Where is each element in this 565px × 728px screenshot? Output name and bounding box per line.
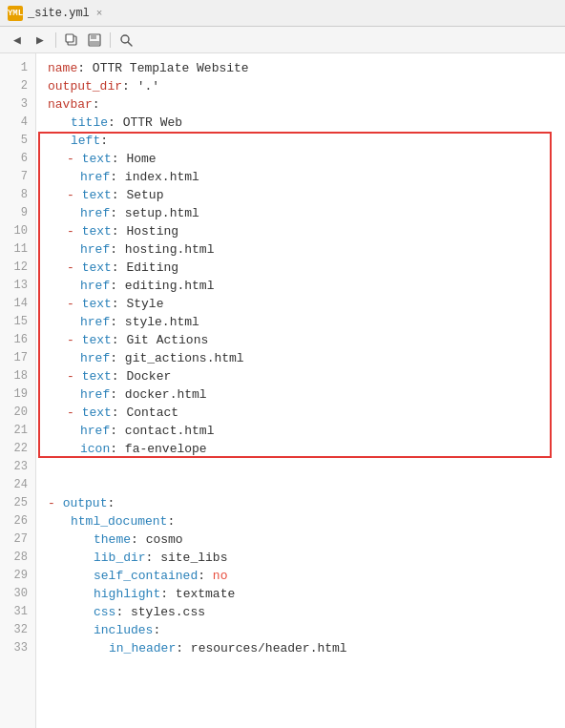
line-num-13: 13 (0, 277, 35, 295)
code-line-15: href: style.html (48, 313, 565, 331)
line-num-1: 1 (0, 59, 35, 77)
line-num-8: 8 (0, 186, 35, 204)
tab-close-icon[interactable]: × (96, 8, 103, 19)
code-line-5: left: (48, 132, 565, 150)
code-line-10: - text: Hosting (48, 222, 565, 240)
line-num-3: 3 (0, 95, 35, 114)
line-num-30: 30 (0, 585, 35, 603)
toolbar-separator-1 (55, 32, 56, 48)
toolbar: ◀ ▶ (0, 27, 565, 53)
line-num-6: 6 (0, 150, 35, 168)
code-line-28: lib_dir: site_libs (48, 549, 565, 567)
code-line-3: navbar: (48, 95, 565, 114)
line-num-17: 17 (0, 349, 35, 367)
file-type-icon: YML (8, 6, 23, 21)
line-num-2: 2 (0, 77, 35, 95)
line-num-33: 33 (0, 639, 35, 657)
line-num-32: 32 (0, 621, 35, 639)
line-num-9: 9 (0, 204, 35, 222)
line-num-20: 20 (0, 404, 35, 422)
line-num-29: 29 (0, 567, 35, 585)
svg-rect-1 (66, 34, 73, 42)
code-line-23 (48, 458, 565, 476)
code-line-18: - text: Docker (48, 367, 565, 385)
code-line-21: href: contact.html (48, 422, 565, 440)
code-line-24 (48, 476, 565, 494)
code-line-31: css: styles.css (48, 603, 565, 621)
line-num-12: 12 (0, 259, 35, 277)
line-num-31: 31 (0, 603, 35, 621)
line-num-15: 15 (0, 313, 35, 331)
line-num-11: 11 (0, 240, 35, 259)
code-line-6: - text: Home (48, 150, 565, 168)
line-num-25: 25 (0, 494, 35, 512)
code-line-8: - text: Setup (48, 186, 565, 204)
line-num-18: 18 (0, 367, 35, 385)
line-num-26: 26 (0, 512, 35, 530)
svg-line-6 (128, 42, 132, 46)
tab-filename[interactable]: _site.yml (28, 7, 90, 20)
line-num-10: 10 (0, 222, 35, 240)
code-line-27: theme: cosmo (48, 530, 565, 549)
line-numbers: 1 2 3 4 5 6 7 8 9 10 11 12 13 14 15 16 1… (0, 53, 36, 728)
code-line-30: highlight: textmate (48, 585, 565, 603)
code-line-20: - text: Contact (48, 404, 565, 422)
code-line-32: includes: (48, 621, 565, 639)
code-line-4: title: OTTR Web (48, 114, 565, 132)
line-num-23: 23 (0, 458, 35, 476)
editor-area: 1 2 3 4 5 6 7 8 9 10 11 12 13 14 15 16 1… (0, 53, 565, 728)
copy-button[interactable] (62, 31, 81, 50)
code-line-14: - text: Style (48, 295, 565, 313)
code-line-17: href: git_actions.html (48, 349, 565, 367)
code-line-33: in_header: resources/header.html (48, 639, 565, 657)
code-line-25: - output: (48, 494, 565, 512)
code-line-7: href: index.html (48, 168, 565, 186)
line-num-7: 7 (0, 168, 35, 186)
back-button[interactable]: ◀ (8, 31, 27, 50)
line-num-27: 27 (0, 530, 35, 549)
code-line-12: - text: Editing (48, 259, 565, 277)
code-line-19: href: docker.html (48, 385, 565, 404)
code-line-13: href: editing.html (48, 277, 565, 295)
line-num-24: 24 (0, 476, 35, 494)
line-num-4: 4 (0, 114, 35, 132)
code-line-26: html_document: (48, 512, 565, 530)
code-line-2: output_dir: '.' (48, 77, 565, 95)
save-button[interactable] (85, 31, 104, 50)
code-content[interactable]: name: OTTR Template Website output_dir: … (36, 53, 565, 728)
line-num-16: 16 (0, 331, 35, 349)
toolbar-separator-2 (110, 32, 111, 48)
code-line-16: - text: Git Actions (48, 331, 565, 349)
code-line-22: icon: fa-envelope (48, 440, 565, 458)
line-num-5: 5 (0, 132, 35, 150)
code-line-1: name: OTTR Template Website (48, 59, 565, 77)
title-bar: YML _site.yml × (0, 0, 565, 27)
line-num-28: 28 (0, 549, 35, 567)
forward-button[interactable]: ▶ (31, 31, 50, 50)
svg-rect-4 (90, 41, 99, 45)
line-num-21: 21 (0, 422, 35, 440)
code-line-9: href: setup.html (48, 204, 565, 222)
search-button[interactable] (116, 31, 136, 50)
line-num-14: 14 (0, 295, 35, 313)
code-line-29: self_contained: no (48, 567, 565, 585)
svg-rect-3 (91, 34, 96, 39)
line-num-19: 19 (0, 385, 35, 404)
line-num-22: 22 (0, 440, 35, 458)
code-line-11: href: hosting.html (48, 240, 565, 259)
